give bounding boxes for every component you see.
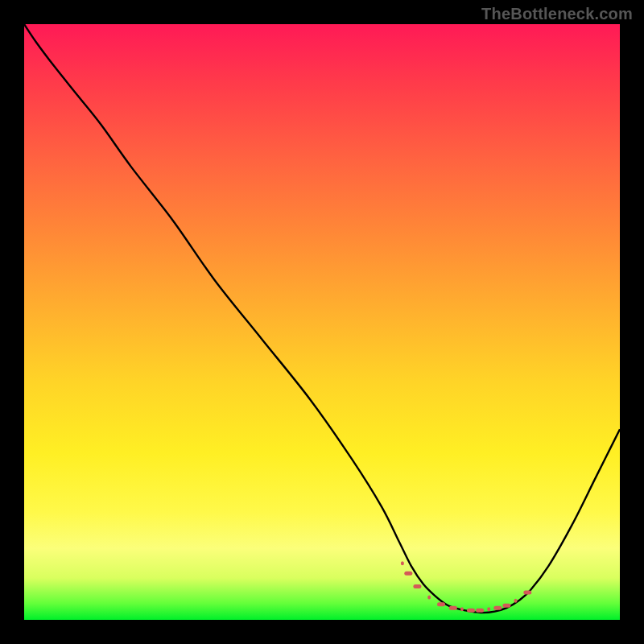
- attribution-text: TheBottleneck.com: [481, 5, 633, 23]
- optimal-marker: [437, 602, 445, 606]
- curve-layer: [24, 24, 620, 620]
- optimal-marker: [401, 561, 404, 565]
- optimal-marker: [460, 607, 464, 611]
- optimal-marker: [487, 607, 490, 611]
- bottleneck-curve: [24, 24, 620, 613]
- chart-root: TheBottleneck.com: [0, 0, 644, 644]
- optimal-marker: [404, 572, 412, 576]
- optimal-marker: [413, 584, 421, 588]
- optimal-marker: [467, 609, 475, 613]
- plot-area: [24, 24, 620, 620]
- optimal-marker: [427, 595, 431, 599]
- optimal-marker: [514, 599, 518, 603]
- optimal-marker: [502, 604, 510, 608]
- optimal-marker: [476, 609, 484, 613]
- optimal-marker: [449, 606, 457, 610]
- optimal-marker: [523, 590, 531, 594]
- optimal-marker: [493, 606, 502, 610]
